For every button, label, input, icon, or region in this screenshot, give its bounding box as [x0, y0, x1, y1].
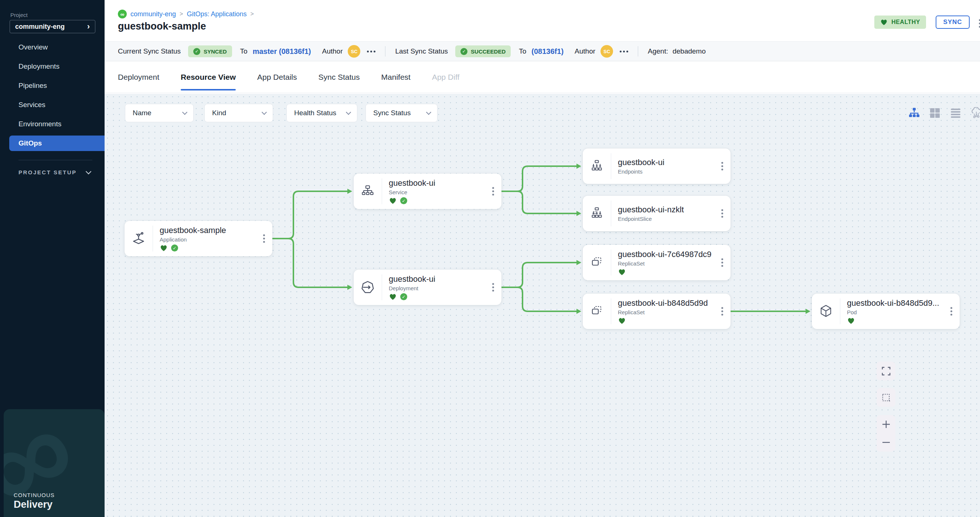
sidebar-item-environments[interactable]: Environments [0, 114, 105, 134]
breadcrumb: ∞ community-eng > GitOps: Applications > [118, 10, 254, 19]
agent-label: Agent: [648, 47, 668, 56]
sync-button[interactable]: SYNC [935, 16, 970, 29]
sidebar-item-gitops[interactable]: GitOps [9, 136, 105, 151]
endpoints-icon [583, 159, 611, 173]
breadcrumb-separator: > [180, 11, 183, 17]
grid-view-icon[interactable] [929, 107, 941, 119]
node-kind: ReplicaSet [618, 260, 730, 266]
to-label: To [240, 47, 248, 56]
tree-view-icon[interactable] [908, 107, 920, 119]
succeeded-badge: ✓ SUCCEEDED [455, 45, 511, 57]
resource-node-replicaset-7c64987dc9[interactable]: guestbook-ui-7c64987dc9 ReplicaSet [583, 245, 730, 280]
network-map-view-icon[interactable] [970, 107, 980, 119]
chevron-right-icon: › [87, 22, 90, 31]
last-sync-more-button[interactable] [620, 51, 628, 52]
fullscreen-button[interactable] [877, 362, 896, 381]
healthy-heart-icon [389, 197, 397, 204]
node-menu-button[interactable] [721, 209, 723, 218]
tab-app-diff[interactable]: App Diff [432, 61, 459, 93]
healthy-heart-icon [160, 244, 168, 252]
node-menu-button[interactable] [721, 258, 723, 267]
node-menu-button[interactable] [492, 187, 494, 196]
author-avatar[interactable]: SC [600, 45, 613, 58]
resource-node-service[interactable]: guestbook-ui Service ✓ [354, 174, 501, 209]
node-menu-button[interactable] [721, 162, 723, 171]
node-menu-button[interactable] [492, 283, 494, 292]
sidebar-item-pipelines[interactable]: Pipelines [0, 76, 105, 95]
tab-deployment[interactable]: Deployment [118, 61, 159, 93]
zoom-controls [877, 415, 896, 452]
filter-sync-status-dropdown[interactable]: Sync Status [366, 104, 438, 122]
healthy-heart-icon [618, 317, 626, 324]
marquee-select-button[interactable] [877, 388, 896, 407]
chevron-down-icon [182, 110, 187, 115]
author-label: Author [574, 47, 595, 56]
edge-deployment-replicaset1 [501, 263, 577, 287]
resource-tree-canvas[interactable]: Name Kind Health Status Sync Status [105, 94, 980, 517]
sync-status-bar: Current Sync Status ✓ SYNCED To master (… [105, 41, 980, 61]
check-circle-icon: ✓ [460, 48, 468, 55]
sidebar-item-deployments[interactable]: Deployments [0, 57, 105, 76]
deployment-icon [354, 280, 382, 295]
node-menu-button[interactable] [263, 235, 265, 243]
sidebar-item-overview[interactable]: Overview [0, 38, 105, 57]
tab-resource-view[interactable]: Resource View [181, 61, 236, 93]
divider [385, 46, 385, 57]
fullscreen-icon [881, 366, 891, 376]
edge-service-endpoints [501, 166, 577, 191]
module-panel: ∞ CONTINUOUS Delivery [4, 409, 105, 517]
filter-name-dropdown[interactable]: Name [125, 104, 194, 122]
healthy-heart-icon [389, 293, 397, 300]
zoom-out-button[interactable] [881, 438, 891, 447]
list-view-icon[interactable] [950, 107, 961, 119]
project-setup-toggle[interactable]: PROJECT SETUP [19, 169, 91, 175]
node-menu-button[interactable] [721, 307, 723, 316]
harness-gitops-app: Project community-eng › Overview Deploym… [0, 0, 980, 517]
tab-sync-status[interactable]: Sync Status [318, 61, 360, 93]
resource-node-application[interactable]: guestbook-sample Application ✓ [124, 221, 272, 256]
tab-manifest[interactable]: Manifest [381, 61, 410, 93]
view-mode-switcher [908, 107, 980, 119]
sidebar-item-services[interactable]: Services [0, 95, 105, 114]
edge-application-service [272, 191, 348, 239]
project-selector[interactable]: community-eng › [10, 20, 95, 33]
synced-check-icon: ✓ [400, 197, 407, 204]
resource-node-pod[interactable]: guestbook-ui-b848d5d9... Pod [812, 293, 960, 329]
node-title: guestbook-ui [389, 274, 501, 284]
agent-value: debademo [673, 47, 706, 56]
main-content: ∞ community-eng > GitOps: Applications >… [105, 0, 980, 517]
chevron-down-icon [346, 110, 351, 115]
node-kind: Pod [847, 309, 960, 316]
last-sync-revision-link[interactable]: (08136f1) [531, 47, 563, 56]
author-label: Author [322, 47, 343, 56]
synced-check-icon: ✓ [171, 244, 178, 252]
healthy-heart-icon [618, 268, 626, 276]
edge-service-endpointslice [501, 191, 577, 213]
resource-node-deployment[interactable]: guestbook-ui Deployment ✓ [354, 270, 501, 305]
project-label: Project [10, 12, 28, 18]
zoom-in-button[interactable] [881, 420, 891, 429]
check-circle-icon: ✓ [193, 48, 200, 55]
tab-app-details[interactable]: App Details [257, 61, 297, 93]
node-title: guestbook-ui-b848d5d9d [618, 298, 730, 308]
resource-node-endpoints[interactable]: guestbook-ui Endpoints [583, 149, 730, 184]
filter-health-status-dropdown[interactable]: Health Status [286, 104, 357, 122]
resource-node-endpointslice[interactable]: guestbook-ui-nzklt EndpointSlice [583, 196, 730, 231]
filter-kind-dropdown[interactable]: Kind [204, 104, 273, 122]
node-title: guestbook-ui-b848d5d9... [847, 298, 960, 308]
current-sync-more-button[interactable] [367, 51, 375, 52]
health-status-badge: HEALTHY [874, 16, 926, 29]
node-menu-button[interactable] [950, 307, 952, 316]
marquee-select-icon [881, 393, 891, 403]
node-kind: Application [160, 236, 272, 243]
module-label-delivery: Delivery [14, 499, 55, 511]
resource-node-replicaset-b848d5d9d[interactable]: guestbook-ui-b848d5d9d ReplicaSet [583, 293, 730, 329]
author-avatar[interactable]: SC [348, 45, 360, 58]
breadcrumb-section-link[interactable]: GitOps: Applications [187, 10, 247, 18]
sidebar: Project community-eng › Overview Deploym… [0, 0, 105, 517]
healthy-heart-icon [847, 317, 855, 324]
breadcrumb-project-link[interactable]: community-eng [130, 10, 176, 18]
page-header: ∞ community-eng > GitOps: Applications >… [105, 0, 980, 41]
current-sync-revision-link[interactable]: master (08136f1) [253, 47, 311, 56]
heart-icon [880, 19, 888, 25]
